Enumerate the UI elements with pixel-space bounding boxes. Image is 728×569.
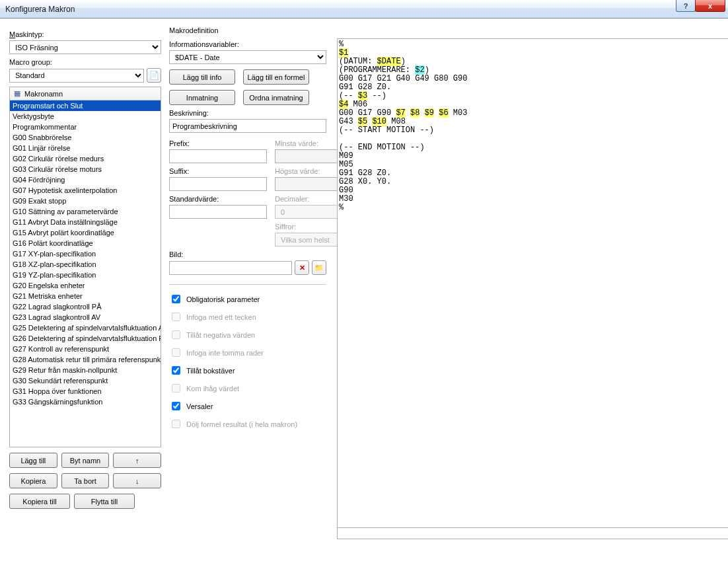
- list-item[interactable]: G07 Hypotetisk axelinterpolation: [10, 185, 161, 196]
- list-item[interactable]: G11 Avbryt Data inställningsläge: [10, 217, 161, 227]
- list-item[interactable]: G02 Cirkulär rörelse medurs: [10, 153, 161, 164]
- macro-code-editor[interactable]: % $1 (DATUM: $DATE) (PROGRAMMERARE: $2) …: [337, 38, 728, 528]
- list-item[interactable]: Verktygsbyte: [10, 111, 161, 122]
- list-item[interactable]: G17 XY-plan-specifikation: [10, 248, 161, 259]
- allow-letters-checkbox[interactable]: Tillåt bokstäver: [169, 364, 326, 377]
- machine-type-label: Maskintyp:: [9, 30, 161, 38]
- list-item[interactable]: G21 Metriska enheter: [10, 291, 161, 301]
- help-icon: ?: [684, 2, 688, 10]
- order-input-button[interactable]: Ordna inmatning: [243, 90, 309, 105]
- add-info-button[interactable]: Lägg till info: [169, 69, 235, 85]
- required-checkbox[interactable]: Obligatorisk parameter: [169, 293, 326, 305]
- help-button[interactable]: ?: [676, 0, 696, 12]
- list-item[interactable]: G25 Detektering af spindelvarvtalsfluktu…: [10, 322, 161, 333]
- prefix-input[interactable]: [169, 149, 267, 163]
- macro-group-new-button[interactable]: 📄: [147, 68, 161, 83]
- list-item[interactable]: G00 Snabbrörelse: [10, 132, 161, 143]
- copy-button[interactable]: Kopiera: [9, 473, 57, 488]
- list-item[interactable]: G01 Linjär rörelse: [10, 143, 161, 153]
- image-clear-button[interactable]: ✕: [295, 260, 309, 275]
- add-formula-button[interactable]: Lägg till en formel: [243, 69, 309, 85]
- list-item[interactable]: G20 Engelska enheter: [10, 280, 161, 291]
- list-item[interactable]: G26 Detektering af spindelvarvtalsfluktu…: [10, 333, 161, 344]
- insert-char-checkbox: Infoga med ett tecken: [169, 311, 326, 323]
- move-down-button[interactable]: ↓: [113, 473, 161, 488]
- suffix-input[interactable]: [169, 177, 267, 191]
- macro-group-label: Macro group:: [9, 58, 161, 66]
- list-item[interactable]: G27 Kontroll av referenspunkt: [10, 344, 161, 354]
- remember-value-checkbox: Kom ihåg värdet: [169, 382, 326, 395]
- macro-definition-title: Makrodefinition: [169, 26, 326, 34]
- list-item[interactable]: G29 Retur från maskin-nollpunkt: [10, 365, 161, 375]
- macro-list-hscroll[interactable]: [10, 436, 161, 447]
- title-bar: Konfigurera Makron ? x: [0, 0, 728, 19]
- macro-group-select[interactable]: Standard: [9, 69, 144, 83]
- list-item[interactable]: G09 Exakt stopp: [10, 196, 161, 206]
- prefix-label: Prefix:: [169, 139, 267, 147]
- right-panel: % $1 (DATUM: $DATE) (PROGRAMMERARE: $2) …: [326, 26, 728, 561]
- list-item[interactable]: G30 Sekundärt referenspunkt: [10, 375, 161, 386]
- arrow-up-icon: ↑: [135, 457, 139, 465]
- image-path-input[interactable]: [169, 261, 292, 275]
- list-item[interactable]: G18 XZ-plan-specifikation: [10, 259, 161, 270]
- dialog-content: Maskintyp: ISO Fräsning Macro group: Sta…: [0, 19, 728, 569]
- close-button[interactable]: x: [695, 0, 725, 12]
- arrow-down-icon: ↓: [135, 477, 139, 485]
- description-label: Beskrivning:: [169, 109, 326, 117]
- hide-formula-checkbox: Dölj formel resultat (i hela makron): [169, 418, 326, 430]
- list-item[interactable]: G28 Automatisk retur till primära refere…: [10, 354, 161, 365]
- list-item[interactable]: G33 Gängskärningsfunktion: [10, 397, 161, 407]
- rename-button[interactable]: Byt namn: [61, 453, 110, 468]
- x-icon: ✕: [299, 264, 305, 272]
- list-item[interactable]: G19 YZ-plan-specifikation: [10, 270, 161, 280]
- delete-button[interactable]: Ta bort: [61, 473, 110, 488]
- info-variables-label: Informationsvariabler:: [169, 40, 326, 48]
- info-variables-select[interactable]: $DATE - Date: [169, 50, 326, 64]
- list-item[interactable]: G03 Cirkulär rörelse moturs: [10, 164, 161, 174]
- list-item[interactable]: Programkommentar: [10, 122, 161, 132]
- divider: [169, 284, 326, 285]
- middle-panel: Makrodefinition Informationsvariabler: $…: [161, 26, 326, 561]
- image-label: Bild:: [169, 250, 326, 258]
- uppercase-checkbox[interactable]: Versaler: [169, 400, 326, 412]
- list-item[interactable]: G10 Sättning av parametervärde: [10, 206, 161, 217]
- copy-to-button[interactable]: Kopiera till: [9, 494, 70, 509]
- list-item[interactable]: G31 Hoppa över funktionen: [10, 386, 161, 397]
- allow-negative-checkbox: Tillåt negativa värden: [169, 328, 326, 341]
- default-value-label: Standardvärde:: [169, 195, 267, 203]
- image-browse-button[interactable]: 📁: [312, 260, 326, 275]
- window-title: Konfigurera Makron: [5, 5, 75, 14]
- macro-list-header[interactable]: ▦ Makronamn: [10, 87, 161, 100]
- list-item[interactable]: G04 Fördröjning: [10, 174, 161, 185]
- document-icon: 📄: [149, 71, 159, 80]
- left-panel: Maskintyp: ISO Fräsning Macro group: Sta…: [9, 26, 161, 561]
- close-icon: x: [708, 2, 712, 10]
- macro-list[interactable]: ▦ Makronamn Programstart och SlutVerktyg…: [9, 87, 161, 447]
- list-item[interactable]: G23 Lagrad slagkontroll AV: [10, 312, 161, 322]
- input-button[interactable]: Inmatning: [169, 90, 235, 105]
- folder-icon: 📁: [314, 264, 324, 272]
- list-item[interactable]: G15 Avbryt polärt koordinatläge: [10, 227, 161, 238]
- default-value-input[interactable]: [169, 205, 267, 219]
- suffix-label: Suffix:: [169, 167, 267, 175]
- move-up-button[interactable]: ↑: [113, 453, 161, 468]
- list-item[interactable]: G16 Polärt koordinatläge: [10, 238, 161, 248]
- machine-type-select[interactable]: ISO Fräsning: [9, 40, 161, 54]
- code-hscroll[interactable]: [337, 528, 728, 539]
- table-header-icon: ▦: [13, 89, 22, 98]
- window-buttons: ? x: [676, 0, 725, 12]
- move-to-button[interactable]: Flytta till: [74, 494, 135, 509]
- list-item[interactable]: G22 Lagrad slagkontroll PÅ: [10, 301, 161, 312]
- description-input[interactable]: [169, 119, 326, 133]
- skip-blank-checkbox: Infoga inte tomma rader: [169, 346, 326, 359]
- add-button[interactable]: Lägg till: [9, 453, 57, 468]
- list-item[interactable]: Programstart och Slut: [10, 100, 161, 111]
